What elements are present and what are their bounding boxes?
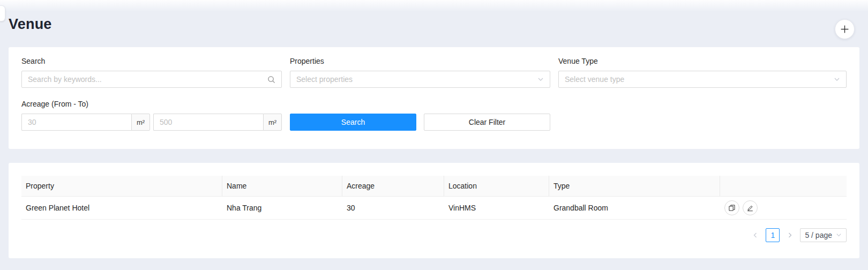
properties-label: Properties xyxy=(290,56,550,66)
table-header-row: Property Name Acreage Location Type xyxy=(21,176,847,196)
copy-icon xyxy=(728,204,736,212)
search-icon[interactable] xyxy=(267,76,275,84)
page-size-select[interactable]: 5 / page xyxy=(800,228,847,242)
column-header-property: Property xyxy=(21,176,222,196)
column-header-actions xyxy=(720,176,847,196)
filter-panel: Search Properties Select properties xyxy=(9,47,859,149)
plus-icon xyxy=(840,25,849,34)
cell-type: Grandball Room xyxy=(549,196,720,219)
search-label: Search xyxy=(21,56,282,66)
pagination: 1 5 / page xyxy=(21,228,847,242)
acreage-to-group: m² xyxy=(153,114,282,131)
venue-table-panel: Property Name Acreage Location Type Gree… xyxy=(9,163,859,258)
chevron-left-icon xyxy=(752,232,759,238)
add-venue-button[interactable] xyxy=(835,19,855,39)
page-header: Venue xyxy=(0,0,868,34)
cell-name: Nha Trang xyxy=(222,196,342,219)
row-actions xyxy=(724,200,842,215)
page-size-value: 5 / page xyxy=(805,231,832,239)
chevron-down-icon xyxy=(834,76,840,82)
table-row: Green Planet Hotel Nha Trang 30 VinHMS G… xyxy=(21,196,847,219)
previous-page-button[interactable] xyxy=(750,228,761,242)
acreage-to-input[interactable] xyxy=(153,114,263,131)
venue-type-placeholder: Select venue type xyxy=(565,75,834,84)
column-header-location: Location xyxy=(444,176,549,196)
properties-placeholder: Select properties xyxy=(296,75,537,84)
page-title: Venue xyxy=(9,16,854,33)
cell-location: VinHMS xyxy=(444,196,549,219)
page-number-1[interactable]: 1 xyxy=(766,228,780,242)
edit-button[interactable] xyxy=(743,200,758,215)
column-header-acreage: Acreage xyxy=(342,176,444,196)
properties-select[interactable]: Select properties xyxy=(290,71,550,88)
column-header-type: Type xyxy=(549,176,720,196)
square-meter-unit: m² xyxy=(263,114,282,131)
duplicate-button[interactable] xyxy=(724,200,739,215)
square-meter-unit: m² xyxy=(131,114,150,131)
edit-icon xyxy=(746,204,754,212)
cell-acreage: 30 xyxy=(342,196,444,219)
chevron-down-icon xyxy=(537,76,544,82)
venue-type-select[interactable]: Select venue type xyxy=(558,71,847,88)
search-button[interactable]: Search xyxy=(290,114,416,131)
venue-table: Property Name Acreage Location Type Gree… xyxy=(21,176,847,220)
search-input[interactable] xyxy=(28,71,267,87)
next-page-button[interactable] xyxy=(784,228,796,242)
clear-filter-button[interactable]: Clear Filter xyxy=(424,114,550,131)
acreage-label: Acreage (From - To) xyxy=(21,99,847,109)
acreage-from-input[interactable] xyxy=(21,114,131,131)
venue-type-label: Venue Type xyxy=(558,56,847,66)
chevron-right-icon xyxy=(787,232,793,238)
acreage-from-group: m² xyxy=(21,114,150,131)
search-input-wrapper xyxy=(21,71,282,88)
chevron-down-icon xyxy=(836,232,842,238)
cell-property: Green Planet Hotel xyxy=(21,196,222,219)
column-header-name: Name xyxy=(222,176,342,196)
